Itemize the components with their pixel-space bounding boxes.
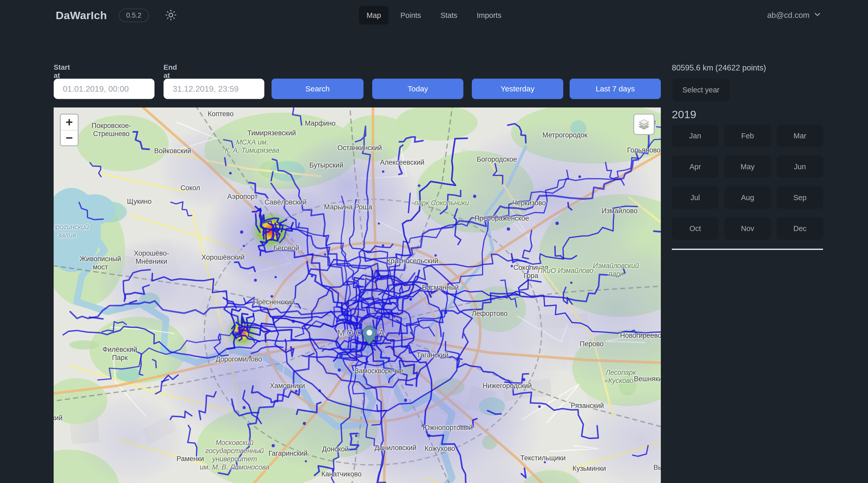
end-at-label: End at (163, 63, 177, 79)
month-button-feb[interactable]: Feb (724, 125, 771, 147)
month-button-jan[interactable]: Jan (672, 125, 719, 147)
month-button-nov[interactable]: Nov (724, 217, 771, 240)
month-button-sep[interactable]: Sep (777, 186, 823, 209)
start-at-input[interactable] (54, 78, 155, 99)
location-pin-marker[interactable] (363, 326, 376, 346)
last-7-days-button[interactable]: Last 7 days (570, 78, 661, 99)
zoom-out-button[interactable]: − (61, 130, 78, 145)
year-heading: 2019 (672, 108, 696, 121)
zoom-in-button[interactable]: + (61, 115, 78, 130)
user-menu[interactable]: ab@cd.com (767, 10, 821, 20)
chevron-down-icon (814, 10, 821, 20)
month-button-oct[interactable]: Oct (672, 217, 719, 240)
right-sidebar: 80595.6 km (24622 points) Select year 20… (672, 63, 824, 252)
month-button-dec[interactable]: Dec (777, 217, 823, 240)
map-zoom-control: + − (60, 114, 79, 146)
month-button-may[interactable]: May (724, 156, 771, 178)
layers-icon (637, 117, 651, 131)
main-tabs: Map Points Stats Imports (357, 6, 511, 25)
search-button[interactable]: Search (272, 78, 364, 99)
search-filters: Start at End at Search Today Yesterday L… (54, 63, 661, 101)
end-at-input[interactable] (163, 78, 265, 99)
layers-control[interactable] (633, 114, 655, 135)
month-button-apr[interactable]: Apr (672, 156, 719, 178)
yesterday-button[interactable]: Yesterday (472, 78, 563, 99)
user-email: ab@cd.com (767, 11, 809, 20)
today-button[interactable]: Today (372, 78, 463, 99)
tab-points[interactable]: Points (393, 6, 429, 25)
sidebar-divider (672, 249, 823, 250)
map-graphics (54, 107, 661, 483)
theme-toggle-button[interactable] (164, 9, 178, 22)
version-badge: 0.5.2 (119, 9, 149, 22)
map-canvas[interactable]: КоптевоПокровское- СтрешневоМарфиноТимир… (54, 107, 661, 483)
month-button-jun[interactable]: Jun (777, 156, 823, 178)
app-logo[interactable]: DaWarIch (56, 9, 107, 22)
month-grid: Jan Feb Mar Apr May Jun Jul Aug Sep Oct … (672, 125, 823, 240)
top-navbar: DaWarIch 0.5.2 Map Points Stats Imports … (0, 0, 868, 31)
distance-summary: 80595.6 km (24622 points) (672, 63, 766, 72)
sun-icon (165, 9, 177, 22)
month-button-mar[interactable]: Mar (777, 125, 823, 147)
month-button-jul[interactable]: Jul (672, 186, 719, 209)
start-at-label: Start at (54, 63, 70, 79)
tab-map[interactable]: Map (359, 6, 389, 25)
tab-stats[interactable]: Stats (433, 6, 465, 25)
tab-imports[interactable]: Imports (469, 6, 509, 25)
month-button-aug[interactable]: Aug (724, 186, 771, 209)
select-year-button[interactable]: Select year (672, 78, 730, 101)
